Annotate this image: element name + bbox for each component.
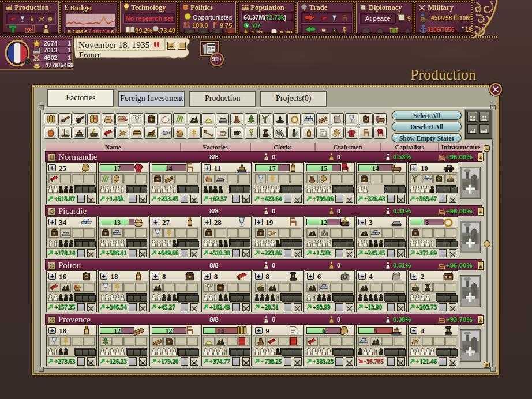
svg-text:1: 1	[27, 59, 29, 65]
